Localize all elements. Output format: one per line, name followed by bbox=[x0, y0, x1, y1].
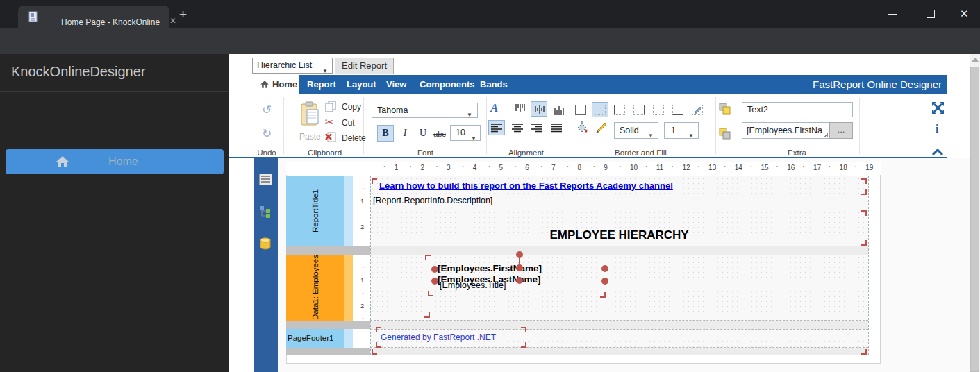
window-close-icon[interactable]: ✕ bbox=[960, 8, 969, 20]
band-header-pagefooter[interactable]: PageFooter1 bbox=[286, 329, 344, 348]
browser-tab[interactable]: Home Page - KnockOnlineDesign ✕ bbox=[18, 6, 169, 28]
resize-grip-icon[interactable] bbox=[824, 133, 828, 137]
band-separator[interactable] bbox=[286, 321, 370, 329]
brush-icon bbox=[595, 121, 608, 135]
object-name-input[interactable] bbox=[742, 102, 853, 117]
browser-titlebar: Home Page - KnockOnlineDesign ✕ + ✕ bbox=[0, 0, 980, 28]
strikethrough-button[interactable]: abc bbox=[431, 126, 448, 142]
extra-group-label: Extra bbox=[764, 149, 830, 157]
cut-icon: ✂ bbox=[325, 116, 334, 128]
selection-handle[interactable] bbox=[431, 278, 438, 285]
ruler-tick: · bbox=[854, 162, 856, 170]
selection-handle[interactable] bbox=[601, 265, 608, 272]
report-tree-icon[interactable] bbox=[259, 205, 272, 221]
border-all-button[interactable] bbox=[572, 102, 589, 117]
expression-more-button[interactable]: ... bbox=[829, 122, 853, 139]
band-header-data[interactable]: Data1: Employees bbox=[286, 255, 344, 321]
redo-icon[interactable]: ↻ bbox=[262, 126, 272, 141]
report-object-title[interactable]: EMPLOYEE HIERARCHY bbox=[370, 228, 868, 242]
menu-item-report[interactable]: Report bbox=[307, 79, 336, 90]
properties-panel-icon[interactable] bbox=[259, 174, 272, 188]
menu-item-layout[interactable]: Layout bbox=[347, 79, 376, 90]
align-justify-button[interactable] bbox=[548, 120, 565, 135]
band-label: ReportTitle1 bbox=[286, 176, 344, 246]
window-minimize-icon[interactable] bbox=[888, 14, 897, 15]
report-object-academy-link[interactable]: Learn how to build this report on the Fa… bbox=[379, 180, 673, 191]
report-object-footer[interactable]: Generated by FastReport .NET bbox=[381, 332, 496, 342]
paste-label: Paste bbox=[299, 132, 321, 142]
band-separator[interactable] bbox=[286, 246, 370, 255]
send-to-back-button[interactable] bbox=[719, 128, 731, 143]
object-corner-marker bbox=[424, 312, 430, 318]
band-header-reporttitle[interactable]: ReportTitle1 bbox=[286, 176, 344, 246]
scrollbar-up-icon[interactable] bbox=[972, 58, 979, 62]
tab-close-icon[interactable]: ✕ bbox=[169, 16, 176, 26]
object-expression-value: [Employees.FirstNa bbox=[747, 126, 822, 135]
border-bottom-button[interactable] bbox=[670, 102, 686, 117]
info-button[interactable]: i bbox=[936, 123, 938, 135]
selection-handle[interactable] bbox=[431, 266, 438, 273]
cut-button[interactable]: ✂ bbox=[325, 116, 334, 128]
align-right-button[interactable] bbox=[529, 120, 545, 135]
text-brush-button[interactable] bbox=[595, 121, 608, 137]
object-corner-marker bbox=[372, 178, 377, 184]
template-select-value: Hierarchic List bbox=[257, 60, 312, 70]
ruler-tick: · bbox=[362, 314, 364, 321]
edit-report-button[interactable]: Edit Report bbox=[335, 58, 394, 74]
fill-color-button[interactable] bbox=[575, 121, 589, 137]
menu-item-bands[interactable]: Bands bbox=[480, 79, 508, 90]
ruler-number: 18 bbox=[840, 164, 847, 171]
border-style-select[interactable]: Solid ▼ bbox=[614, 122, 658, 139]
band-separator bbox=[370, 321, 868, 329]
bold-button[interactable]: B bbox=[377, 125, 394, 142]
template-select[interactable]: Hierarchic List ▼ bbox=[252, 58, 333, 74]
menu-item-view[interactable]: View bbox=[386, 79, 406, 90]
selection-handle-stem bbox=[519, 257, 520, 267]
border-none-button[interactable] bbox=[592, 102, 608, 117]
valign-top-button[interactable] bbox=[511, 101, 528, 117]
align-center-button[interactable] bbox=[509, 120, 526, 135]
scrollbar-thumb[interactable] bbox=[970, 67, 979, 372]
paste-button[interactable] bbox=[299, 101, 321, 132]
valign-center-button[interactable] bbox=[531, 101, 547, 117]
align-left-button[interactable] bbox=[488, 120, 505, 135]
object-expression-field[interactable]: [Employees.FirstNa bbox=[742, 122, 829, 139]
fullscreen-button[interactable] bbox=[932, 102, 944, 117]
valign-bottom-button[interactable] bbox=[550, 101, 567, 117]
italic-button[interactable]: I bbox=[397, 125, 413, 142]
copy-label[interactable]: Copy bbox=[342, 102, 361, 112]
window-maximize-icon[interactable] bbox=[927, 10, 935, 18]
bring-to-front-button[interactable] bbox=[719, 103, 731, 118]
object-corner-marker bbox=[376, 327, 381, 332]
alignment-group-label: Alignment bbox=[490, 149, 563, 157]
object-corner-marker bbox=[861, 349, 867, 355]
sidebar-item-home[interactable]: Home bbox=[6, 149, 224, 174]
selection-handle[interactable] bbox=[601, 278, 608, 285]
font-color-button[interactable]: A bbox=[490, 101, 498, 115]
report-object-employeetitle[interactable]: [Employees.Title] bbox=[440, 280, 506, 290]
cut-label[interactable]: Cut bbox=[342, 118, 355, 128]
border-edit-button[interactable] bbox=[689, 102, 706, 117]
tab-home[interactable]: Home bbox=[254, 75, 299, 94]
report-object-description[interactable]: [Report.ReportInfo.Description] bbox=[373, 196, 492, 205]
copy-button[interactable] bbox=[325, 101, 337, 115]
report-object-firstname[interactable]: [Employees.FirstName] bbox=[438, 263, 542, 273]
paint-bucket-icon bbox=[575, 121, 589, 135]
collapse-toolbar-button[interactable] bbox=[931, 146, 944, 159]
border-width-select[interactable]: 1 ▼ bbox=[664, 122, 699, 139]
border-left-button[interactable] bbox=[611, 102, 628, 117]
selection-handle[interactable] bbox=[516, 277, 523, 284]
undo-icon[interactable]: ↺ bbox=[262, 103, 272, 117]
new-tab-button[interactable]: + bbox=[179, 7, 187, 22]
border-top-button[interactable] bbox=[650, 102, 667, 117]
align-right-icon bbox=[531, 123, 542, 133]
menu-item-components[interactable]: Components bbox=[420, 79, 474, 90]
font-size-select[interactable]: 10 ▼ bbox=[450, 125, 481, 141]
delete-label[interactable]: Delete bbox=[342, 133, 366, 143]
data-source-icon[interactable] bbox=[259, 237, 272, 253]
delete-button[interactable] bbox=[324, 131, 336, 146]
font-family-select[interactable]: Tahoma ▼ bbox=[372, 103, 478, 118]
underline-button[interactable]: U bbox=[415, 125, 431, 142]
border-group-label: Border and Fill bbox=[597, 149, 684, 157]
border-right-button[interactable] bbox=[631, 102, 647, 117]
